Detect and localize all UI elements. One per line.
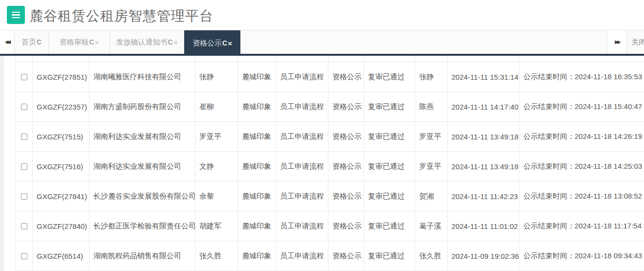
cell-publicity_end: 公示结束时间：2024-11-18 13:08:52	[519, 181, 644, 211]
cell-company: 湖南利达实业发展有限公司	[89, 122, 195, 151]
cell-stage: 资格公示	[328, 241, 364, 271]
table-gutter-column	[4, 56, 16, 271]
table-row[interactable]: GXGZF(27841)长沙麓谷实业发展股份有限公司余黎麓城印象员工申请流程资格…	[16, 181, 644, 211]
cell-id: GXGZF(27840)	[33, 211, 89, 241]
tab-4[interactable]: 资格公示C×	[184, 30, 240, 56]
table-row[interactable]: GXGZF(6514)湖南凯程药品销售有限公司张久胜麓城印象员工申请流程资格公示…	[16, 241, 644, 271]
row-checkbox[interactable]	[21, 193, 27, 200]
cell-applicant: 张静	[195, 62, 238, 91]
results-table: GXGZF(27851)湖南曦雅医疗科技有限公司张静麓城印象员工申请流程资格公示…	[16, 56, 644, 271]
cell-stage: 资格公示	[328, 122, 364, 151]
tab-label: 首页	[21, 38, 36, 47]
cell-process: 员工申请流程	[276, 122, 328, 151]
cell-review_status: 复审已通过	[364, 181, 415, 211]
cell-cb	[16, 152, 33, 181]
cell-reviewer: 罗亚平	[415, 122, 448, 151]
cell-empty	[519, 56, 644, 62]
cell-empty	[89, 56, 195, 62]
tab-label: 发放确认通知书	[116, 38, 168, 47]
table-row[interactable]: GXGZF(27840)长沙都正医学检验有限责任公司胡建军麓城印象员工申请流程资…	[16, 211, 644, 241]
cell-estate: 麓城印象	[238, 211, 276, 241]
cell-process: 员工申请流程	[276, 62, 328, 91]
cell-empty	[16, 56, 33, 62]
row-checkbox[interactable]	[21, 104, 27, 110]
cell-empty	[364, 56, 415, 62]
cell-id: GXGZF(6514)	[33, 241, 89, 271]
cell-publicity_end: 公示结束时间：2024-11-18 09:34:43	[519, 241, 644, 271]
tab-refresh-icon[interactable]: C	[168, 38, 173, 46]
hamburger-menu-button[interactable]	[7, 6, 25, 24]
row-checkbox[interactable]	[21, 163, 27, 170]
cell-reviewer: 罗亚平	[415, 152, 448, 181]
cell-estate: 麓城印象	[238, 241, 276, 271]
cell-stage: 资格公示	[328, 181, 364, 211]
table-row[interactable]: GXGZF(27851)湖南曦雅医疗科技有限公司张静麓城印象员工申请流程资格公示…	[16, 62, 644, 92]
cell-id: GXGZF(27841)	[33, 181, 89, 211]
row-checkbox[interactable]	[21, 253, 27, 259]
row-checkbox[interactable]	[21, 74, 27, 80]
cell-applicant: 余黎	[195, 181, 238, 211]
cell-id: GXGZF(27851)	[33, 62, 89, 91]
cell-apply_time: 2024-11-09 19:02:36	[448, 241, 519, 271]
table-row[interactable]: GXGZF(7516)湖南利达实业发展有限公司文静麓城印象员工申请流程资格公示复…	[16, 152, 644, 181]
page-title: 麓谷租赁公租房智慧管理平台	[29, 7, 214, 25]
tab-refresh-icon[interactable]: C	[37, 38, 42, 46]
close-actions-menu[interactable]: 关闭	[631, 30, 644, 54]
row-checkbox[interactable]	[21, 134, 27, 140]
cell-applicant: 文静	[195, 152, 238, 181]
cell-review_status: 复审已通过	[364, 241, 415, 271]
cell-publicity_end: 公示结束时间：2024-11-18 14:25:03	[519, 152, 644, 181]
cell-review_status: 复审已通过	[364, 92, 415, 121]
tab-refresh-icon[interactable]: C	[222, 39, 227, 47]
cell-process: 员工申请流程	[276, 152, 328, 181]
tabs-scroll-right-icon[interactable]: ▶▶	[607, 30, 627, 54]
tab-3[interactable]: 发放确认通知书C×	[110, 30, 184, 54]
tab-1[interactable]: 首页C	[15, 30, 49, 54]
cell-id: GXGZF(7515)	[33, 122, 89, 151]
app-window: 麓谷租赁公租房智慧管理平台 ◀◀ 首页C资格审核C×发放确认通知书C×资格公示C…	[0, 0, 644, 271]
cell-estate: 麓城印象	[238, 92, 276, 121]
tab-2[interactable]: 资格审核C×	[49, 30, 110, 54]
cell-empty	[195, 56, 238, 62]
cell-cb	[16, 241, 33, 271]
tab-close-icon[interactable]: ×	[173, 38, 178, 46]
cell-reviewer: 张静	[415, 62, 448, 91]
tab-label: 资格公示	[193, 39, 222, 48]
cell-estate: 麓城印象	[238, 122, 276, 151]
cell-id: GXGZF(7516)	[33, 152, 89, 181]
cell-publicity_end: 公示结束时间：2024-11-18 14:26:19	[519, 122, 644, 151]
table-row[interactable]: GXGZF(7515)湖南利达实业发展有限公司罗亚平麓城印象员工申请流程资格公示…	[16, 122, 644, 152]
cell-applicant: 崔柳	[195, 92, 238, 121]
cell-reviewer: 张久胜	[415, 241, 448, 271]
cell-empty	[33, 56, 89, 62]
tab-refresh-icon[interactable]: C	[89, 38, 94, 46]
cell-cb	[16, 92, 33, 121]
partial-row	[16, 56, 644, 62]
cell-company: 湖南曦雅医疗科技有限公司	[89, 62, 195, 91]
cell-company: 长沙麓谷实业发展股份有限公司	[89, 181, 195, 211]
cell-process: 员工申请流程	[276, 241, 328, 271]
cell-apply_time: 2024-11-11 13:49:18	[448, 122, 519, 151]
hamburger-icon	[12, 12, 20, 13]
cell-process: 员工申请流程	[276, 181, 328, 211]
cell-company: 湖南凯程药品销售有限公司	[89, 241, 195, 271]
cell-stage: 资格公示	[328, 62, 364, 91]
cell-company: 湖南方盛制药股份有限公司	[89, 92, 195, 121]
cell-cb	[16, 62, 33, 91]
tab-bar: ◀◀ 首页C资格审核C×发放确认通知书C×资格公示C× ▶▶ 关闭	[0, 30, 644, 56]
tab-close-icon[interactable]: ×	[228, 39, 232, 47]
cell-apply_time: 2024-11-11 13:49:18	[448, 152, 519, 181]
cell-estate: 麓城印象	[238, 62, 276, 91]
cell-estate: 麓城印象	[238, 152, 276, 181]
cell-id: GXGZF(22357)	[33, 92, 89, 121]
cell-apply_time: 2024-11-11 15:31:14	[448, 62, 519, 91]
cell-review_status: 复审已通过	[364, 62, 415, 91]
cell-review_status: 复审已通过	[364, 211, 415, 241]
row-checkbox[interactable]	[21, 223, 27, 229]
cell-process: 员工申请流程	[276, 92, 328, 121]
table-row[interactable]: GXGZF(22357)湖南方盛制药股份有限公司崔柳麓城印象员工申请流程资格公示…	[16, 92, 644, 122]
cell-apply_time: 2024-11-11 11:01:02	[448, 211, 519, 241]
tab-close-icon[interactable]: ×	[95, 38, 99, 46]
tabs-scroll-left-icon[interactable]: ◀◀	[0, 30, 15, 54]
cell-stage: 资格公示	[328, 92, 364, 121]
